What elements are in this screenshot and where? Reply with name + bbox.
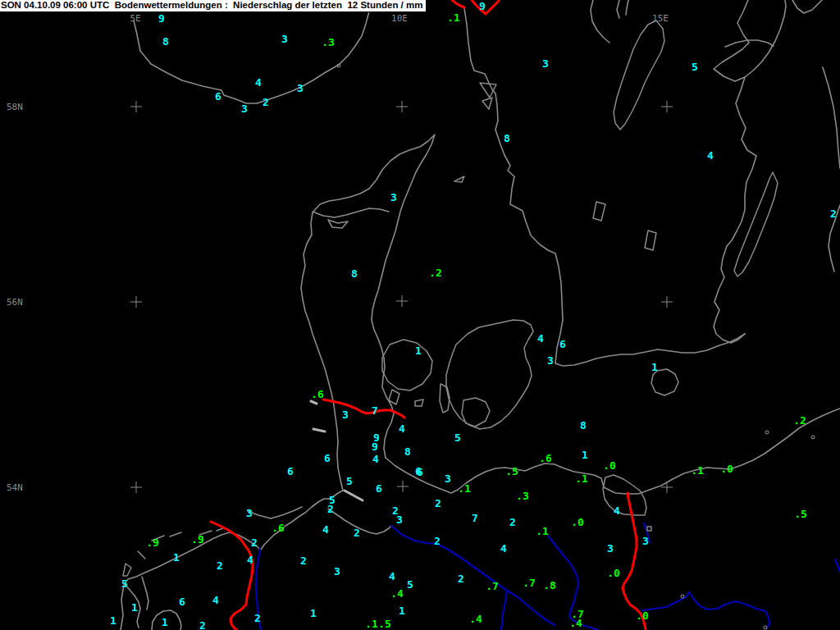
grid-cross	[397, 481, 409, 492]
sweden-east-coast	[714, 77, 756, 343]
precipitation-value: 2	[251, 536, 258, 549]
stockholm-skerries-2	[725, 40, 774, 47]
weather-map-screen: 5E10E15E58N56N54N 9834362393584328146313…	[0, 0, 840, 630]
frisian-dash-1	[138, 551, 145, 559]
precipitation-value: 2	[327, 503, 334, 515]
station-circle-marker	[811, 436, 815, 439]
precipitation-value: .1	[575, 472, 588, 485]
precipitation-value: .8	[543, 579, 556, 591]
oslofjord-2	[617, 0, 619, 18]
precipitation-value: 6	[215, 90, 221, 103]
elbe-river	[391, 526, 555, 625]
inland-ring-island	[651, 369, 678, 395]
laeso-island	[480, 83, 496, 98]
precipitation-value: 6	[287, 465, 294, 477]
precipitation-value: 3	[334, 565, 340, 578]
falster-island	[462, 398, 490, 427]
precipitation-value: 3	[297, 82, 304, 94]
laeso-south-island	[482, 98, 492, 109]
oslofjord-3	[626, 0, 628, 15]
rivers-layer	[256, 523, 840, 630]
precipitation-value: 2	[199, 619, 206, 630]
precipitation-value: .4	[469, 613, 482, 625]
precipitation-value: 5	[454, 431, 461, 444]
als-island	[389, 390, 399, 404]
title-bar: SON 04.10.09 06:00 UTC Bodenwettermeldun…	[0, 0, 427, 12]
precipitation-value: .1	[458, 482, 471, 495]
precipitation-value: 2	[830, 208, 837, 220]
longitude-label: 5E	[130, 13, 140, 24]
precipitation-value: .1	[691, 464, 704, 477]
precipitation-value: .5	[505, 465, 518, 477]
station-circle-marker	[681, 595, 684, 598]
precipitation-value: 3	[607, 542, 614, 555]
precipitation-value: 8	[404, 445, 411, 458]
precipitation-value: 4	[212, 594, 219, 606]
weser-estuary	[248, 507, 302, 518]
precipitation-value: .0	[603, 459, 616, 472]
precipitation-value: 8	[580, 419, 587, 431]
precipitation-value: 1	[173, 551, 180, 564]
precipitation-value: .2	[429, 267, 442, 279]
precipitation-value: 2	[434, 535, 441, 547]
precipitation-value: 5	[121, 578, 128, 590]
precipitation-value: .5	[794, 508, 807, 520]
elbe-branch-river	[501, 591, 507, 630]
precipitation-value: 4	[537, 332, 544, 345]
precipitation-value: .3	[322, 36, 335, 48]
precipitation-value: 2	[435, 497, 441, 509]
precipitation-value: 8	[162, 35, 169, 48]
precipitation-value: 3	[542, 57, 549, 70]
bornholm-island	[647, 527, 651, 531]
nl-triangle-island	[123, 564, 131, 576]
grid-cross	[661, 482, 673, 493]
precipitation-value: .1	[536, 525, 549, 537]
grid-cross	[130, 101, 142, 112]
grid-cross	[396, 295, 408, 307]
oder-river	[642, 592, 769, 628]
precipitation-value: 2	[354, 527, 360, 539]
limfjord-loop	[328, 220, 348, 228]
precipitation-value: .6	[539, 452, 552, 464]
norway-coast	[134, 4, 371, 103]
precipitation-value: 3	[547, 354, 554, 367]
precipitation-value: .6	[311, 388, 324, 400]
ijssel-line-2	[142, 577, 148, 609]
precipitation-value: 3	[642, 535, 649, 547]
precipitation-value: 6	[179, 596, 185, 608]
estuary-segment	[313, 429, 325, 431]
precipitation-value: 4	[399, 422, 405, 435]
precipitation-value: .6	[272, 522, 285, 534]
precipitation-value: 2	[300, 555, 307, 567]
precipitation-value: 5	[692, 61, 698, 73]
anholt-island	[454, 176, 464, 182]
precipitation-value: .0	[571, 516, 584, 528]
precipitation-value: 2	[262, 96, 269, 108]
estuary-segment	[345, 491, 363, 500]
precipitation-value: 3	[241, 103, 248, 115]
precipitation-value: 6	[376, 482, 382, 495]
precipitation-value: 1	[131, 601, 138, 614]
latitude-label: 54N	[7, 482, 23, 493]
jutland	[301, 135, 435, 491]
precipitation-value: 2	[509, 516, 516, 528]
precipitation-value: 8	[351, 267, 358, 280]
sweden-west-coast	[464, 8, 745, 366]
precipitation-value: 4	[500, 542, 507, 555]
precipitation-value: 7	[472, 512, 478, 524]
precipitation-value: 1	[110, 614, 116, 627]
longitude-label: 10E	[391, 13, 408, 24]
funen-island	[382, 340, 432, 390]
precipitation-value: 4	[614, 504, 620, 517]
precipitation-value: 3	[396, 514, 403, 526]
front-top-arc	[452, 0, 464, 7]
precipitation-value: 1	[310, 607, 317, 619]
baltic-coast	[386, 409, 840, 494]
precipitation-value: 4	[707, 149, 714, 162]
station-circle-marker	[765, 431, 769, 434]
precipitation-value: 3	[246, 507, 253, 519]
fronts-layer	[211, 0, 646, 630]
precipitation-value: 9	[479, 0, 486, 12]
grid-cross	[396, 101, 408, 112]
skerry-2-island	[645, 231, 656, 250]
